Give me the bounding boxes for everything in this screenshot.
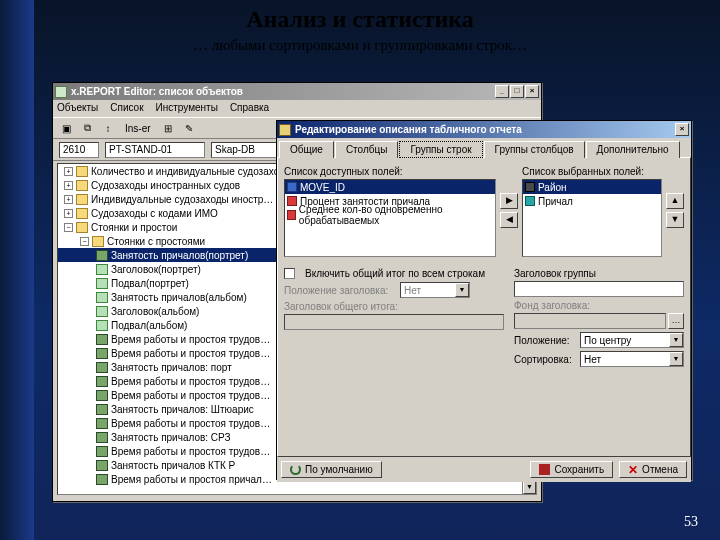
chart-icon (96, 432, 108, 443)
move-left-button[interactable]: ◀ (500, 212, 518, 228)
field-icon (287, 210, 296, 220)
expand-icon[interactable]: + (64, 195, 73, 204)
menu-help[interactable]: Справка (230, 102, 269, 115)
minimize-button[interactable]: _ (495, 85, 509, 98)
page-number: 53 (684, 514, 698, 530)
editor-title: x.REPORT Editor: список объектов (71, 86, 495, 97)
tree-label: Стоянки с простоями (107, 236, 205, 247)
refresh-icon (290, 464, 301, 475)
tree-label: Время работы и простоя трудов… (111, 376, 270, 387)
tree-label: Занятость причалов(портрет) (111, 250, 248, 261)
total-header-input[interactable] (284, 314, 504, 330)
align-dropdown[interactable]: По центру▼ (580, 332, 684, 348)
tab-col-groups[interactable]: Группы столбцов (484, 141, 585, 158)
dialog-tabs: Общие Столбцы Группы строк Группы столбц… (277, 138, 691, 157)
default-button[interactable]: По умолчанию (281, 461, 382, 478)
list-item[interactable]: Район (523, 180, 661, 194)
scroll-down-icon[interactable]: ▼ (523, 480, 536, 494)
tree-label: Судозаходы иностранных судов (91, 180, 240, 191)
search-code-input[interactable] (59, 142, 99, 158)
list-item[interactable]: Причал (523, 194, 661, 208)
tree-label: Заголовок(альбом) (111, 306, 199, 317)
tree-label: Время работы и простоя трудов… (111, 390, 270, 401)
dialog-body: Список доступных полей: MOVE_IDПроцент з… (277, 157, 691, 457)
dialog-titlebar[interactable]: Редактирование описания табличного отчет… (277, 121, 691, 138)
font-pick-button[interactable]: … (668, 313, 684, 329)
tool-new-icon[interactable]: ▣ (57, 119, 75, 137)
tree-label: Занятость причалов: порт (111, 362, 232, 373)
search-skap-input[interactable] (211, 142, 281, 158)
header-pos-dropdown[interactable]: Нет▼ (400, 282, 470, 298)
slide-title: Анализ и статистика (0, 6, 720, 33)
field-icon (287, 196, 297, 206)
menu-list[interactable]: Список (110, 102, 143, 115)
expand-icon[interactable]: + (64, 181, 73, 190)
tool-insert[interactable]: Ins-er (120, 119, 156, 137)
tab-columns[interactable]: Столбцы (335, 141, 399, 158)
tab-general[interactable]: Общие (279, 141, 334, 158)
group-header-input[interactable] (514, 281, 684, 297)
tree-label: Судозаходы с кодами ИМО (91, 208, 218, 219)
list-item[interactable]: Среднее кол-во одновременно обрабатываем… (285, 208, 495, 222)
tree-label: Занятость причалов: СРЗ (111, 432, 231, 443)
cancel-icon: ✕ (628, 465, 638, 475)
tree-label: Количество и индивидуальные судозахо… (91, 166, 289, 177)
menu-tools[interactable]: Инструменты (156, 102, 218, 115)
field-label: Район (538, 182, 567, 193)
field-label: MOVE_ID (300, 182, 345, 193)
item-icon (96, 264, 108, 275)
item-icon (96, 292, 108, 303)
slide-subtitle: … любыми сортировками и группировками ст… (0, 37, 720, 54)
selected-fields-list[interactable]: РайонПричал (522, 179, 662, 257)
tool-edit-icon[interactable]: ✎ (180, 119, 198, 137)
folder-icon (76, 208, 88, 219)
dialog-icon (279, 124, 291, 136)
tree-label: Время работы и простоя трудов… (111, 446, 270, 457)
reorder-buttons: ▲ ▼ (666, 164, 684, 257)
chart-icon (96, 446, 108, 457)
available-fields-list[interactable]: MOVE_IDПроцент занятости причалаСреднее … (284, 179, 496, 257)
available-fields-label: Список доступных полей: (284, 166, 496, 177)
move-right-button[interactable]: ▶ (500, 193, 518, 209)
tree-label: Заголовок(портрет) (111, 264, 201, 275)
menu-objects[interactable]: Объекты (57, 102, 98, 115)
chart-icon (96, 250, 108, 261)
sort-dropdown[interactable]: Нет▼ (580, 351, 684, 367)
editor-titlebar[interactable]: x.REPORT Editor: список объектов _ □ × (53, 83, 541, 100)
expand-icon[interactable]: + (64, 167, 73, 176)
tool-copy-icon[interactable]: ⧉ (78, 119, 96, 137)
tree-label: Занятость причалов КТК Р (111, 460, 235, 471)
group-header-label: Заголовок группы (514, 268, 684, 279)
tree-label: Индивидуальные судозаходы иностр… (91, 194, 273, 205)
field-label: Среднее кол-во одновременно обрабатываем… (299, 204, 493, 226)
tool-sort-icon[interactable]: ↕ (99, 119, 117, 137)
save-button[interactable]: Сохранить (530, 461, 613, 478)
tree-label: Занятость причалов: Штюарис (111, 404, 254, 415)
font-label: Фонд заголовка: (514, 300, 684, 311)
chart-icon (96, 474, 108, 485)
folder-icon (76, 166, 88, 177)
tab-additional[interactable]: Дополнительно (586, 141, 680, 158)
expand-icon[interactable]: − (80, 237, 89, 246)
tool-tree-icon[interactable]: ⊞ (159, 119, 177, 137)
chart-icon (96, 390, 108, 401)
grand-total-checkbox[interactable] (284, 268, 295, 279)
slide-header: Анализ и статистика … любыми сортировкам… (0, 6, 720, 54)
maximize-button[interactable]: □ (510, 85, 524, 98)
dialog-close-button[interactable]: × (675, 123, 689, 136)
expand-icon[interactable]: + (64, 209, 73, 218)
expand-icon[interactable]: − (64, 223, 73, 232)
list-item[interactable]: MOVE_ID (285, 180, 495, 194)
tab-row-groups[interactable]: Группы строк (399, 141, 482, 158)
tree-label: Время работы и простоя трудов… (111, 348, 270, 359)
tree-label: Занятость причалов(альбом) (111, 292, 247, 303)
cancel-button[interactable]: ✕ Отмена (619, 461, 687, 478)
chart-icon (96, 460, 108, 471)
move-down-button[interactable]: ▼ (666, 212, 684, 228)
font-input[interactable] (514, 313, 666, 329)
search-name-input[interactable] (105, 142, 205, 158)
selected-fields-label: Список выбранных полей: (522, 166, 662, 177)
dialog-title: Редактирование описания табличного отчет… (295, 124, 675, 135)
close-button[interactable]: × (525, 85, 539, 98)
move-up-button[interactable]: ▲ (666, 193, 684, 209)
